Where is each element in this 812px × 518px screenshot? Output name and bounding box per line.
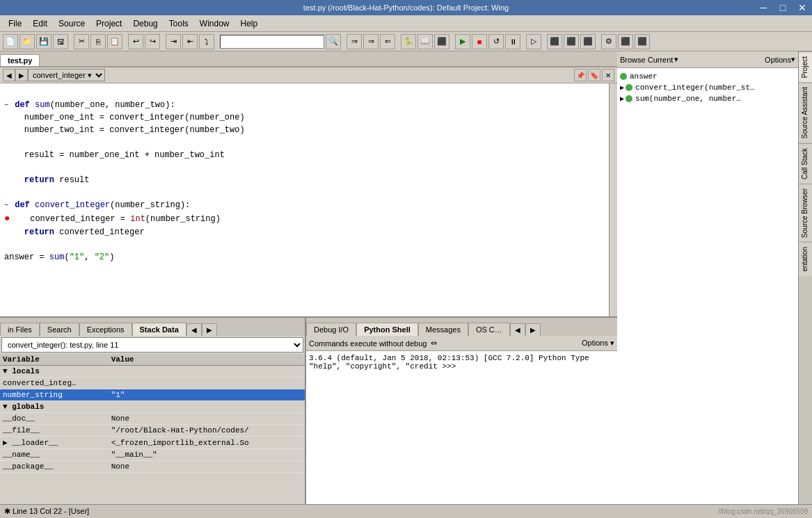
menu-file[interactable]: File bbox=[3, 17, 27, 30]
tab-scroll-right[interactable]: ▶ bbox=[202, 323, 217, 336]
editor-tab-test-py[interactable]: test.py bbox=[0, 54, 40, 66]
maximize-button[interactable]: □ bbox=[773, 0, 793, 15]
right-tab-scroll-left[interactable]: ◀ bbox=[510, 323, 525, 336]
title-controls[interactable]: ─ □ ✕ bbox=[754, 0, 812, 15]
paste-button[interactable]: 📋 bbox=[107, 34, 122, 49]
debug2-button[interactable]: ⬛ bbox=[564, 34, 579, 49]
editor-scrollbar[interactable] bbox=[609, 83, 617, 316]
step-into-button[interactable]: ⇒ bbox=[347, 34, 362, 49]
table-row[interactable]: __file__ "/root/Black-Hat-Python/codes/ bbox=[0, 425, 305, 437]
outdent-button[interactable]: ⇤ bbox=[182, 34, 198, 49]
options-label[interactable]: Options bbox=[765, 56, 791, 64]
stop-button[interactable]: ■ bbox=[472, 34, 487, 49]
tree-dot-sum bbox=[626, 95, 632, 102]
step-out-button[interactable]: ⇐ bbox=[380, 34, 395, 49]
tab-scroll-left[interactable]: ◀ bbox=[186, 323, 202, 336]
undo-button[interactable]: ↩ bbox=[128, 34, 143, 49]
menu-edit[interactable]: Edit bbox=[27, 17, 53, 30]
python-shell-content[interactable]: 3.6.4 (default, Jan 5 2018, 02:13:53) [G… bbox=[306, 351, 617, 504]
shell-options-button[interactable]: Options ▾ bbox=[582, 339, 614, 348]
table-row-highlight[interactable]: number_string "1" bbox=[0, 389, 305, 401]
locals-header: ▼ locals bbox=[0, 366, 305, 378]
menu-help[interactable]: Help bbox=[235, 17, 264, 30]
toolbar: 📄 📁 💾 🖫 ✂ ⎘ 📋 ↩ ↪ ⇥ ⇤ ⤵ 🔍 ⇒ ⇒ ⇐ 🐍 📖 ⬛ ▶ … bbox=[0, 32, 812, 51]
menu-project[interactable]: Project bbox=[90, 17, 127, 30]
search-go-button[interactable]: 🔍 bbox=[326, 34, 341, 49]
open-terminal-button[interactable]: ⬛ bbox=[434, 34, 449, 49]
table-row[interactable]: __name__ "__main__" bbox=[0, 449, 305, 461]
minimize-button[interactable]: ─ bbox=[754, 0, 773, 15]
shell-connect-icon[interactable]: ⇔ bbox=[431, 339, 437, 348]
settings-button[interactable]: ⚙ bbox=[601, 34, 616, 49]
tree-dot-convert-integer bbox=[626, 84, 632, 91]
doc-button[interactable]: 📖 bbox=[417, 34, 433, 49]
cut-button[interactable]: ✂ bbox=[74, 34, 89, 49]
bookmark-icon[interactable]: 🔖 bbox=[588, 69, 600, 81]
continue-button[interactable]: ▷ bbox=[526, 34, 541, 49]
python-button[interactable]: 🐍 bbox=[401, 34, 416, 49]
right-tab-scroll-right[interactable]: ▶ bbox=[525, 323, 541, 336]
tree-label-sum: sum(number_one, number… bbox=[635, 95, 741, 103]
close-editor-icon[interactable]: ✕ bbox=[602, 69, 614, 81]
stack-selector[interactable]: convert_integer(): test.py, line 11 bbox=[1, 337, 303, 353]
tab-source-browser[interactable]: Source Browser bbox=[799, 184, 812, 242]
close-button[interactable]: ✕ bbox=[793, 0, 812, 15]
tab-source-assistant[interactable]: Source Assistant bbox=[799, 82, 812, 143]
tab-os-c[interactable]: OS C… bbox=[468, 323, 510, 336]
function-selector[interactable]: convert_integer ▾ sum bbox=[28, 69, 105, 81]
project-panel-header: Browse Current ▾ Options ▾ bbox=[617, 51, 798, 68]
browse-current-dropdown-icon[interactable]: ▾ bbox=[674, 55, 678, 64]
menu-tools[interactable]: Tools bbox=[164, 17, 194, 30]
tab-entation[interactable]: entation bbox=[799, 242, 812, 276]
tab-call-stack[interactable]: Call Stack bbox=[799, 143, 812, 184]
step-over-button[interactable]: ⇒ bbox=[363, 34, 379, 49]
col-value: Value bbox=[109, 354, 305, 366]
tab-in-files[interactable]: in Files bbox=[0, 323, 40, 336]
bottom-tabs: in Files Search Exceptions Stack Data ◀ … bbox=[0, 318, 305, 336]
tree-item-convert-integer[interactable]: ▶ convert_integer(number_st… bbox=[620, 82, 795, 93]
debug3-button[interactable]: ⬛ bbox=[580, 34, 596, 49]
table-row[interactable]: converted_integ… bbox=[0, 378, 305, 389]
nav-forward-button[interactable]: ▶ bbox=[15, 69, 28, 81]
right-content-panel: Browse Current ▾ Options ▾ answer ▶ conv… bbox=[617, 51, 798, 504]
debug1-button[interactable]: ⬛ bbox=[547, 34, 562, 49]
collapse-button[interactable]: ⬛ bbox=[635, 34, 650, 49]
shell-toolbar: Commands execute without debug ⇔ Options… bbox=[306, 336, 617, 351]
editor-content[interactable]: − def sum(number_one, number_two): numbe… bbox=[0, 83, 609, 316]
var-value: "1" bbox=[109, 389, 305, 401]
options-dropdown-icon[interactable]: ▾ bbox=[791, 55, 795, 64]
nav-back-button[interactable]: ◀ bbox=[3, 69, 15, 81]
expand-button[interactable]: ⬛ bbox=[618, 34, 633, 49]
indent-button[interactable]: ⇥ bbox=[166, 34, 181, 49]
restart-button[interactable]: ↺ bbox=[488, 34, 504, 49]
search-input[interactable] bbox=[220, 35, 324, 49]
pin-icon[interactable]: 📌 bbox=[574, 69, 587, 81]
editor-line-area: − def sum(number_one, number_two): numbe… bbox=[0, 83, 617, 316]
tab-stack-data[interactable]: Stack Data bbox=[132, 323, 186, 336]
pause-button[interactable]: ⏸ bbox=[505, 34, 520, 49]
save-as-button[interactable]: 🖫 bbox=[53, 34, 68, 49]
tree-arrow-sum: ▶ bbox=[620, 95, 624, 103]
menu-window[interactable]: Window bbox=[194, 17, 235, 30]
tab-messages[interactable]: Messages bbox=[418, 323, 468, 336]
open-file-button[interactable]: 📁 bbox=[19, 34, 35, 49]
tab-search[interactable]: Search bbox=[40, 323, 79, 336]
goto-button[interactable]: ⤵ bbox=[199, 34, 214, 49]
table-row[interactable]: __package__ None bbox=[0, 461, 305, 473]
table-row[interactable]: __doc__ None bbox=[0, 413, 305, 425]
save-button[interactable]: 💾 bbox=[36, 34, 51, 49]
tree-item-sum[interactable]: ▶ sum(number_one, number… bbox=[620, 93, 795, 104]
tree-item-answer[interactable]: answer bbox=[620, 71, 795, 82]
menu-source[interactable]: Source bbox=[53, 17, 90, 30]
tab-project[interactable]: Project bbox=[799, 51, 812, 82]
copy-button[interactable]: ⎘ bbox=[90, 34, 106, 49]
tab-exceptions[interactable]: Exceptions bbox=[79, 323, 132, 336]
table-row[interactable]: ▶ __loader__ <_frozen_importlib_external… bbox=[0, 437, 305, 449]
var-name: converted_integ… bbox=[0, 378, 109, 389]
run-button[interactable]: ▶ bbox=[455, 34, 470, 49]
tab-debug-io[interactable]: Debug I/O bbox=[306, 323, 356, 336]
new-file-button[interactable]: 📄 bbox=[3, 34, 18, 49]
menu-debug[interactable]: Debug bbox=[127, 17, 163, 30]
tab-python-shell[interactable]: Python Shell bbox=[356, 323, 418, 336]
redo-button[interactable]: ↪ bbox=[145, 34, 160, 49]
